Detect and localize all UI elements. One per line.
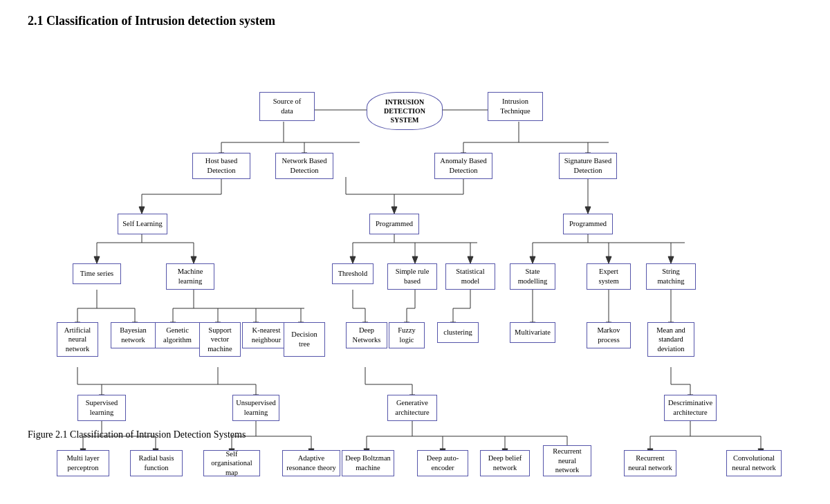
node-simple-rule: Simple rulebased	[387, 263, 437, 290]
node-multivariate: Multivariate	[510, 322, 555, 343]
node-artificial-neural: Artificialneuralnetwork	[57, 322, 98, 357]
svg-marker-45	[530, 256, 535, 263]
node-threshold: Threshold	[332, 263, 374, 284]
node-time-series: Time series	[73, 263, 121, 284]
node-convolutional: Convolutionalneural network	[726, 450, 782, 476]
node-markov-process: Markovprocess	[587, 322, 631, 348]
node-supervised-learning: Supervisedlearning	[77, 395, 126, 421]
svg-marker-49	[668, 256, 674, 263]
svg-marker-23	[391, 207, 397, 214]
node-radial-basis: Radial basisfunction	[130, 450, 183, 476]
node-machine-learning: Machinelearning	[166, 263, 214, 290]
node-adaptive: Adaptiveresonance theory	[282, 450, 340, 476]
node-discriminative-architecture: Descriminativearchitecture	[664, 395, 717, 421]
node-deep-belief: Deep beliefnetwork	[480, 450, 530, 476]
node-decision-tree: Decisiontree	[284, 322, 325, 357]
node-programmed-left: Programmed	[369, 214, 419, 234]
node-ids: INTRUSIONDETECTIONSYSTEM	[367, 92, 443, 130]
svg-marker-33	[191, 256, 196, 263]
node-support-vector: Supportvectormachine	[199, 322, 241, 357]
node-source-of-data: Source ofdata	[259, 92, 315, 121]
svg-marker-37	[350, 256, 356, 263]
page-title: 2.1 Classification of Intrusion detectio…	[28, 14, 802, 28]
node-intrusion-technique: IntrusionTechnique	[488, 92, 543, 121]
svg-marker-41	[468, 256, 473, 263]
node-recurrent-nn-left: Recurrentneural network	[543, 445, 591, 476]
node-recurrent-nn-right: Recurrentneural network	[624, 450, 676, 476]
node-self-org: Self organisationalmap	[203, 450, 260, 476]
node-string-matching: Stringmatching	[646, 263, 696, 290]
node-genetic-algorithm: Geneticalgorithm	[155, 322, 200, 348]
node-mean-std: Mean andstandarddeviation	[647, 322, 694, 357]
node-deep-boltzman: Deep Boltzmanmachine	[342, 450, 394, 476]
node-deep-auto: Deep auto-encoder	[417, 450, 468, 476]
node-expert-system: Expertsystem	[587, 263, 631, 290]
node-host-based: Host basedDetection	[192, 153, 250, 179]
node-statistical-model: Statisticalmodel	[445, 263, 495, 290]
node-anomaly-based: Anomaly BasedDetection	[434, 153, 492, 179]
node-state-modelling: Statemodelling	[510, 263, 555, 290]
node-signature-based: Signature BasedDetection	[559, 153, 617, 179]
svg-marker-31	[94, 256, 100, 263]
node-clustering: clustering	[437, 322, 479, 343]
node-bayesian-network: Bayesiannetwork	[111, 322, 156, 348]
svg-marker-39	[412, 256, 418, 263]
node-fuzzy-logic: Fuzzylogic	[389, 322, 425, 348]
node-multi-layer: Multi layerperceptron	[57, 450, 109, 476]
node-network-based: Network BasedDetection	[275, 153, 333, 179]
svg-marker-19	[139, 207, 145, 214]
diagram: INTRUSIONDETECTIONSYSTEM Source ofdata I…	[28, 35, 802, 422]
node-programmed-right: Programmed	[563, 214, 613, 234]
svg-marker-47	[606, 256, 611, 263]
node-deep-networks: DeepNetworks	[346, 322, 387, 348]
figure-caption: Figure 2.1 Classification of Intrusion D…	[28, 429, 802, 440]
node-unsupervised-learning: Unsupervisedlearning	[232, 395, 279, 421]
node-generative-architecture: Generativearchitecture	[387, 395, 437, 421]
svg-marker-27	[585, 207, 591, 214]
node-self-learning: Self Learning	[118, 214, 167, 234]
